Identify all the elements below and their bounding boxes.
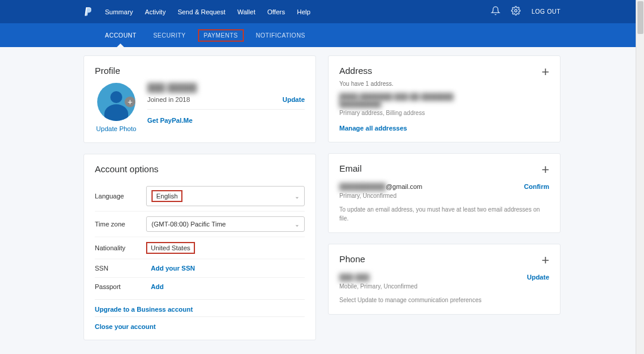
profile-heading: Profile [95, 66, 305, 76]
get-paypalme-link[interactable]: Get PayPal.Me [147, 117, 305, 124]
phone-heading: Phone [339, 254, 365, 264]
add-phone-icon[interactable]: + [541, 254, 549, 267]
phone-meta: Mobile, Primary, Unconfirmed [339, 283, 549, 290]
add-email-icon[interactable]: + [541, 163, 549, 176]
chevron-down-icon: ⌄ [295, 193, 299, 200]
nationality-label: Nationality [95, 244, 146, 251]
nav-wallet[interactable]: Wallet [237, 8, 255, 15]
add-address-icon[interactable]: + [541, 66, 549, 79]
address-count: You have 1 address. [339, 80, 549, 87]
profile-name: ███ █████ [147, 83, 305, 92]
paypal-logo-icon [83, 7, 93, 17]
timezone-label: Time zone [95, 221, 146, 228]
ssn-label: SSN [95, 265, 146, 272]
language-select[interactable]: English ⌄ [146, 186, 305, 206]
phone-card: Phone + ███-███ Update Mobile, Primary, … [328, 244, 561, 315]
account-options-card: Account options Language English ⌄ Time … [83, 154, 316, 340]
avatar[interactable]: + [97, 83, 135, 121]
address-line2: █████████ [339, 100, 549, 107]
nav-help[interactable]: Help [297, 8, 311, 15]
scrollbar[interactable] [636, 0, 644, 354]
logout-link[interactable]: LOG OUT [531, 8, 561, 15]
email-value: ██████████@gmail.com [339, 183, 422, 190]
address-card: Address + You have 1 address. ████ █████… [328, 55, 561, 142]
nav-activity[interactable]: Activity [145, 8, 166, 15]
scrollbar-thumb[interactable] [637, 1, 643, 34]
close-account-link[interactable]: Close your account [95, 316, 305, 330]
phone-update-link[interactable]: Update [527, 274, 549, 281]
email-meta: Primary, Unconfirmed [339, 192, 549, 199]
tab-payments[interactable]: PAYMENTS [203, 24, 240, 46]
profile-card: Profile + Update Photo ███ █████ Joined … [83, 55, 316, 143]
settings-gear-icon[interactable] [511, 6, 521, 17]
timezone-select[interactable]: (GMT-08:00) Pacific Time ⌄ [146, 216, 305, 232]
email-card: Email + ██████████@gmail.com Confirm Pri… [328, 153, 561, 233]
tab-security[interactable]: SECURITY [153, 24, 186, 46]
manage-addresses-link[interactable]: Manage all addresses [339, 125, 407, 132]
account-options-heading: Account options [95, 164, 305, 174]
address-heading: Address [339, 66, 372, 76]
avatar-add-icon[interactable]: + [125, 97, 135, 107]
tab-account[interactable]: ACCOUNT [105, 24, 137, 46]
email-confirm-link[interactable]: Confirm [524, 183, 549, 190]
upgrade-business-link[interactable]: Upgrade to a Business account [95, 299, 305, 313]
email-heading: Email [339, 163, 362, 173]
nationality-value: United States [146, 242, 195, 254]
passport-label: Passport [95, 283, 146, 290]
email-note: To update an email address, you must hav… [339, 205, 549, 223]
nav-summary[interactable]: Summary [105, 8, 133, 15]
language-label: Language [95, 192, 146, 200]
nav-offers[interactable]: Offers [267, 8, 285, 15]
add-passport-link[interactable]: Add [146, 283, 163, 290]
joined-text: Joined in 2018 [147, 96, 190, 103]
tab-notifications[interactable]: NOTIFICATIONS [256, 24, 305, 46]
settings-tabs: ACCOUNT SECURITY PAYMENTS NOTIFICATIONS [0, 23, 644, 47]
nav-send-request[interactable]: Send & Request [178, 8, 225, 15]
profile-update-link[interactable]: Update [283, 96, 305, 103]
phone-value: ███-███ [339, 274, 369, 281]
update-photo-link[interactable]: Update Photo [96, 125, 136, 132]
address-line1: ████ ███████ ███ ██ ███████ [339, 93, 549, 100]
chevron-down-icon: ⌄ [295, 221, 299, 228]
address-meta: Primary address, Billing address [339, 110, 549, 116]
svg-point-0 [515, 10, 517, 12]
notifications-icon[interactable] [491, 6, 500, 17]
add-ssn-link[interactable]: Add your SSN [146, 265, 195, 272]
phone-note: Select Update to manage communication pr… [339, 296, 549, 305]
nav-main: Summary Activity Send & Request Wallet O… [105, 8, 311, 15]
topbar: Summary Activity Send & Request Wallet O… [0, 0, 644, 23]
